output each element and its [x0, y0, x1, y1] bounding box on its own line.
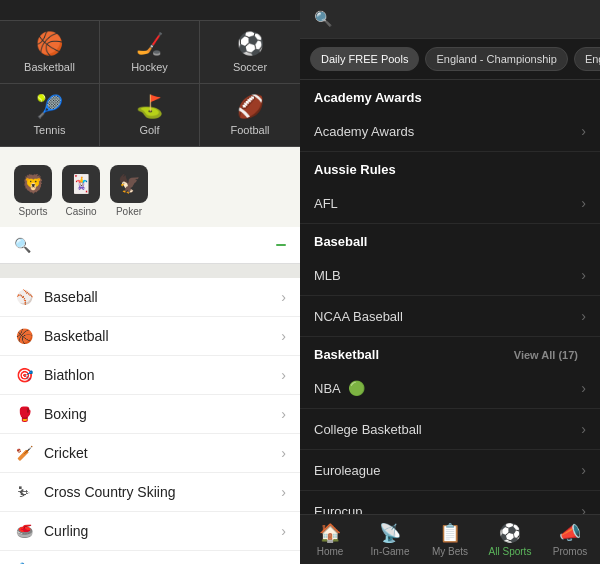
section-header: Academy Awards — [300, 80, 600, 111]
sport-icon-label: Soccer — [233, 61, 267, 73]
league-name: AFL — [314, 196, 581, 211]
league-name: Academy Awards — [314, 124, 581, 139]
list-item[interactable]: 🏏 Cricket › — [0, 434, 300, 473]
nav-label: My Bets — [432, 546, 468, 557]
nav-item-promos[interactable]: 📣 Promos — [540, 515, 600, 564]
sport-list-icon: ⛷ — [14, 484, 34, 500]
app-icon-label: Sports — [19, 206, 48, 217]
league-item[interactable]: MLB › — [300, 255, 600, 296]
left-header — [0, 0, 300, 21]
right-panel: 🔍 Daily FREE PoolsEngland - Championship… — [300, 0, 600, 564]
sport-list-icon: 🏀 — [14, 328, 34, 344]
league-item[interactable]: NBA 🟢 › — [300, 368, 600, 409]
right-content: Academy Awards Academy Awards › Aussie R… — [300, 80, 600, 514]
nav-item-my-bets[interactable]: 📋 My Bets — [420, 515, 480, 564]
live-badge: 🟢 — [348, 380, 365, 396]
app-icon-item[interactable]: 🃏 Casino — [62, 165, 100, 217]
chevron-right-icon: › — [581, 421, 586, 437]
sport-list-label: Cross Country Skiing — [44, 484, 281, 500]
list-item[interactable]: 🥊 Boxing › — [0, 395, 300, 434]
list-item[interactable]: 🥌 Curling › — [0, 512, 300, 551]
chevron-right-icon: › — [581, 123, 586, 139]
view-all-link[interactable]: View All (17) — [514, 349, 578, 361]
sport-icon-label: Basketball — [24, 61, 75, 73]
filter-chip[interactable]: England - Leag — [574, 47, 600, 71]
sport-icon-item[interactable]: ⚽ Soccer — [200, 21, 300, 84]
sport-icon: ⛳ — [136, 94, 163, 120]
league-item[interactable]: AFL › — [300, 183, 600, 224]
app-icon-item[interactable]: 🦅 Poker — [110, 165, 148, 217]
nav-icon: 📣 — [559, 522, 581, 544]
search-bar[interactable]: 🔍 — [300, 0, 600, 39]
section-header: Aussie Rules — [300, 152, 600, 183]
nav-icon: ⚽ — [499, 522, 521, 544]
nav-label: Promos — [553, 546, 587, 557]
search-bar-icon: 🔍 — [314, 10, 333, 28]
filter-chip[interactable]: Daily FREE Pools — [310, 47, 419, 71]
league-name: MLB — [314, 268, 581, 283]
sport-list-label: Cricket — [44, 445, 281, 461]
league-name: College Basketball — [314, 422, 581, 437]
sport-icon: 🏀 — [36, 31, 63, 57]
sport-icon-item[interactable]: 🏀 Basketball — [0, 21, 100, 84]
sport-list-icon: 🏏 — [14, 445, 34, 461]
nav-item-home[interactable]: 🏠 Home — [300, 515, 360, 564]
chevron-right-icon: › — [581, 380, 586, 396]
app-icon-label: Casino — [65, 206, 96, 217]
chevron-right-icon: › — [581, 462, 586, 478]
search-icon: 🔍 — [14, 237, 31, 253]
app-icon-item[interactable]: 🦁 Sports — [14, 165, 52, 217]
league-item[interactable]: Euroleague › — [300, 450, 600, 491]
sport-icon-label: Football — [230, 124, 269, 136]
chevron-right-icon: › — [281, 328, 286, 344]
league-item[interactable]: NCAA Baseball › — [300, 296, 600, 337]
bottom-nav: 🏠 Home 📡 In-Game 📋 My Bets ⚽ All Sports … — [300, 514, 600, 564]
sport-icon-item[interactable]: 🏈 Football — [200, 84, 300, 146]
list-item[interactable]: ⛷ Cross Country Skiing › — [0, 473, 300, 512]
list-item[interactable]: 🏀 Basketball › — [0, 317, 300, 356]
filter-chips: Daily FREE PoolsEngland - ChampionshipEn… — [300, 39, 600, 80]
az-header — [0, 264, 300, 278]
new-badge — [276, 244, 286, 246]
league-name: NBA 🟢 — [314, 380, 581, 396]
sport-list-icon: 🎯 — [14, 367, 34, 383]
chevron-right-icon: › — [281, 367, 286, 383]
sport-icon-label: Tennis — [34, 124, 66, 136]
chevron-right-icon: › — [281, 289, 286, 305]
section-header: Baseball — [300, 224, 600, 255]
sport-icon-item[interactable]: 🎾 Tennis — [0, 84, 100, 146]
filter-chip[interactable]: England - Championship — [425, 47, 567, 71]
sport-icon-item[interactable]: ⛳ Golf — [100, 84, 200, 146]
nav-icon: 🏠 — [319, 522, 341, 544]
sport-list-label: Boxing — [44, 406, 281, 422]
list-item[interactable]: 🎯 Biathlon › — [0, 356, 300, 395]
sport-icon: 🎾 — [36, 94, 63, 120]
nav-item-all-sports[interactable]: ⚽ All Sports — [480, 515, 540, 564]
league-item[interactable]: College Basketball › — [300, 409, 600, 450]
league-name: Euroleague — [314, 463, 581, 478]
list-item[interactable]: 🚴 Cycling › — [0, 551, 300, 564]
league-item[interactable]: Eurocup › — [300, 491, 600, 514]
chevron-right-icon: › — [581, 267, 586, 283]
sport-icons-grid: 🏀 Basketball 🏒 Hockey ⚽ Soccer 🎾 Tennis … — [0, 21, 300, 147]
nav-label: In-Game — [371, 546, 410, 557]
league-item[interactable]: Academy Awards › — [300, 111, 600, 152]
chevron-right-icon: › — [281, 445, 286, 461]
sport-list-label: Biathlon — [44, 367, 281, 383]
league-name: Eurocup — [314, 504, 581, 515]
nav-icon: 📡 — [379, 522, 401, 544]
nav-item-in-game[interactable]: 📡 In-Game — [360, 515, 420, 564]
chevron-right-icon: › — [581, 195, 586, 211]
search-row[interactable]: 🔍 — [0, 227, 300, 264]
sport-icon: 🏒 — [136, 31, 163, 57]
sport-icon-item[interactable]: 🏒 Hockey — [100, 21, 200, 84]
nav-label: Home — [317, 546, 344, 557]
sport-icon-label: Hockey — [131, 61, 168, 73]
list-item[interactable]: ⚾ Baseball › — [0, 278, 300, 317]
app-icon: 🃏 — [62, 165, 100, 203]
chevron-right-icon: › — [581, 503, 586, 514]
sport-icon: 🏈 — [237, 94, 264, 120]
section-header: Basketball View All (17) — [300, 337, 600, 368]
download-section: 🦁 Sports 🃏 Casino 🦅 Poker — [0, 147, 300, 227]
nav-icon: 📋 — [439, 522, 461, 544]
